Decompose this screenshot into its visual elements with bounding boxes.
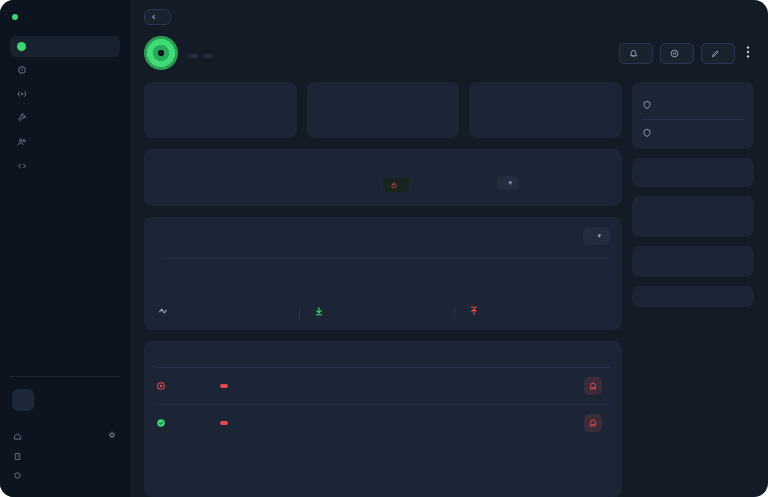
building-team-icon — [13, 452, 22, 461]
pause-button[interactable] — [660, 43, 694, 64]
response-range-selector[interactable]: ▾ — [583, 227, 610, 245]
sidebar-item-status-pages[interactable] — [10, 83, 120, 105]
response-line-chart — [162, 255, 610, 293]
lock-icon — [390, 181, 398, 189]
status-code-badge — [220, 384, 228, 388]
main-content: ‹ — [130, 0, 768, 497]
status-pages-icon — [17, 89, 27, 99]
sidebar-item-maintenance[interactable] — [10, 107, 120, 129]
incidents-table-header — [156, 360, 610, 368]
team-settings-button[interactable] — [107, 430, 117, 442]
to-be-notified-card — [632, 196, 754, 237]
avatar — [12, 389, 34, 411]
sidebar-item-integrations[interactable] — [10, 155, 120, 177]
last-check-card — [307, 82, 460, 138]
gear-icon — [107, 430, 117, 440]
maximum-stat — [454, 306, 610, 320]
brand-dot-icon — [12, 14, 18, 20]
shield-icon — [642, 100, 652, 110]
arrow-up-max-icon — [469, 306, 479, 316]
sidebar-item-incidents[interactable] — [10, 59, 120, 81]
integrations-api-icon — [17, 161, 27, 171]
shield-icon — [642, 128, 652, 138]
sidebar-team-moo[interactable] — [10, 466, 120, 485]
home-team-icon — [13, 432, 22, 441]
kebab-menu-icon — [746, 46, 750, 58]
incident-status — [156, 381, 220, 391]
siren-icon — [588, 381, 598, 391]
appears-on-card — [632, 246, 754, 277]
pencil-icon — [711, 49, 720, 58]
response-time-section: ▾ — [144, 217, 622, 330]
uptime-col-365d — [383, 169, 497, 195]
incident-alert-button[interactable] — [584, 414, 602, 432]
uptime-col-custom-range: ▾ — [497, 169, 611, 195]
maintenance-icon — [17, 113, 27, 123]
response-chart — [156, 255, 610, 296]
average-trend-icon — [158, 306, 168, 316]
circle-team-icon — [13, 471, 22, 480]
more-options-button[interactable] — [742, 43, 754, 64]
left-column: ▾ ▾ — [144, 82, 622, 497]
user-menu[interactable] — [10, 387, 120, 413]
table-row[interactable] — [156, 405, 610, 441]
back-to-monitoring-button[interactable]: ‹ — [144, 9, 171, 25]
monitor-header — [144, 36, 754, 70]
sidebar-team-acme[interactable] — [10, 447, 120, 466]
table-row[interactable] — [156, 368, 610, 405]
monitor-status-icon — [144, 36, 178, 70]
chevron-down-icon: ▾ — [509, 179, 513, 187]
sidebar-item-team-members[interactable] — [10, 131, 120, 153]
edit-button[interactable] — [701, 43, 735, 64]
incidents-icon — [17, 65, 27, 75]
resolved-status-icon — [156, 418, 166, 428]
uptime-col-30d — [270, 169, 384, 195]
siren-icon — [588, 418, 598, 428]
current-status-card — [144, 82, 297, 138]
test-notification-button[interactable] — [619, 43, 653, 64]
date-range-selector[interactable]: ▾ — [497, 176, 520, 190]
tag-server — [203, 54, 213, 58]
incident-alert-button[interactable] — [584, 377, 602, 395]
pause-icon — [670, 49, 679, 58]
divider — [642, 119, 744, 120]
chevron-down-icon: ▾ — [597, 232, 601, 240]
domain-ssl-card — [632, 82, 754, 149]
sidebar-team-your-team[interactable] — [10, 425, 120, 447]
brand-logo — [10, 14, 120, 20]
bell-icon — [629, 49, 638, 58]
status-code-badge — [220, 421, 228, 425]
tag-client — [188, 54, 198, 58]
right-column — [632, 82, 754, 497]
app-window: ‹ — [0, 0, 768, 497]
uptime-col-7d — [156, 169, 270, 195]
ongoing-status-icon — [156, 381, 166, 391]
last-24h-card — [469, 82, 622, 138]
team-members-icon — [17, 137, 27, 147]
minimum-stat — [299, 306, 455, 320]
divider — [10, 376, 120, 377]
next-maintenance-card — [632, 158, 754, 187]
sidebar-nav — [10, 36, 120, 177]
uptime-stats-section: ▾ — [144, 149, 622, 206]
locations-ips-card[interactable] — [632, 286, 754, 307]
average-stat — [156, 306, 299, 320]
upgrade-now-link[interactable] — [383, 178, 409, 192]
incident-status — [156, 418, 220, 428]
sidebar-bottom — [10, 366, 120, 485]
monitoring-icon — [17, 42, 26, 51]
arrow-down-min-icon — [314, 306, 324, 316]
sidebar — [0, 0, 130, 497]
chevron-left-icon: ‹ — [152, 13, 155, 21]
latest-incidents-section — [144, 341, 622, 497]
sidebar-item-monitoring[interactable] — [10, 36, 120, 57]
